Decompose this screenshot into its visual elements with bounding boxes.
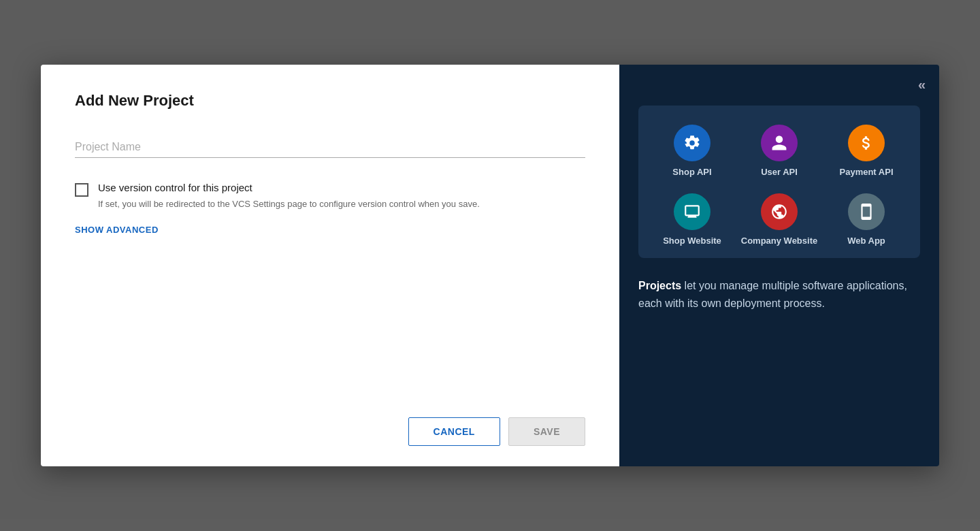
- web-icon: [770, 203, 788, 221]
- modal-right-panel: « Shop API: [619, 65, 939, 466]
- user-api-icon-circle: [761, 125, 798, 161]
- project-name-field: [75, 137, 585, 158]
- cancel-button[interactable]: CANCEL: [408, 417, 500, 446]
- web-app-label: Web App: [847, 236, 885, 246]
- collapse-panel-button[interactable]: «: [918, 77, 926, 93]
- icon-item-web-app: Web App: [826, 193, 906, 246]
- modal-dialog: Add New Project Use version control for …: [41, 65, 939, 466]
- version-control-checkbox[interactable]: [75, 183, 88, 197]
- payment-api-label: Payment API: [840, 167, 894, 177]
- mobile-icon: [858, 203, 875, 221]
- version-control-text: Use version control for this project If …: [98, 182, 480, 211]
- payment-api-icon-circle: [848, 125, 885, 161]
- shop-api-label: Shop API: [672, 167, 711, 177]
- description-bold: Projects: [638, 280, 681, 291]
- shop-api-icon-circle: [674, 125, 710, 161]
- icon-item-company-website: Company Website: [739, 193, 819, 246]
- project-icons-card: Shop API User API: [638, 106, 920, 258]
- screen-icon: [683, 203, 701, 221]
- shop-website-label: Shop Website: [663, 236, 721, 246]
- icon-item-user-api: User API: [739, 125, 819, 177]
- version-control-label: Use version control for this project: [98, 182, 480, 193]
- user-icon: [770, 134, 788, 152]
- version-control-row: Use version control for this project If …: [75, 182, 585, 211]
- save-button[interactable]: SAVE: [508, 417, 585, 446]
- shop-website-icon-circle: [674, 193, 710, 230]
- icons-grid: Shop API User API: [652, 125, 906, 246]
- company-website-label: Company Website: [741, 236, 817, 246]
- web-app-icon-circle: [848, 193, 885, 230]
- project-name-input[interactable]: [75, 137, 585, 158]
- gear-icon: [683, 134, 701, 152]
- modal-left-panel: Add New Project Use version control for …: [41, 65, 619, 466]
- icon-item-payment-api: Payment API: [826, 125, 906, 177]
- company-website-icon-circle: [761, 193, 798, 230]
- user-api-label: User API: [761, 167, 798, 177]
- modal-footer: CANCEL SAVE: [75, 404, 585, 446]
- dollar-icon: [858, 134, 875, 152]
- modal-title: Add New Project: [75, 92, 585, 110]
- icon-item-shop-website: Shop Website: [652, 193, 732, 246]
- description-text: Projects let you manage multiple softwar…: [638, 277, 920, 313]
- version-control-desc: If set, you will be redirected to the VC…: [98, 197, 480, 211]
- show-advanced-button[interactable]: SHOW ADVANCED: [75, 225, 585, 235]
- icon-item-shop-api: Shop API: [652, 125, 732, 177]
